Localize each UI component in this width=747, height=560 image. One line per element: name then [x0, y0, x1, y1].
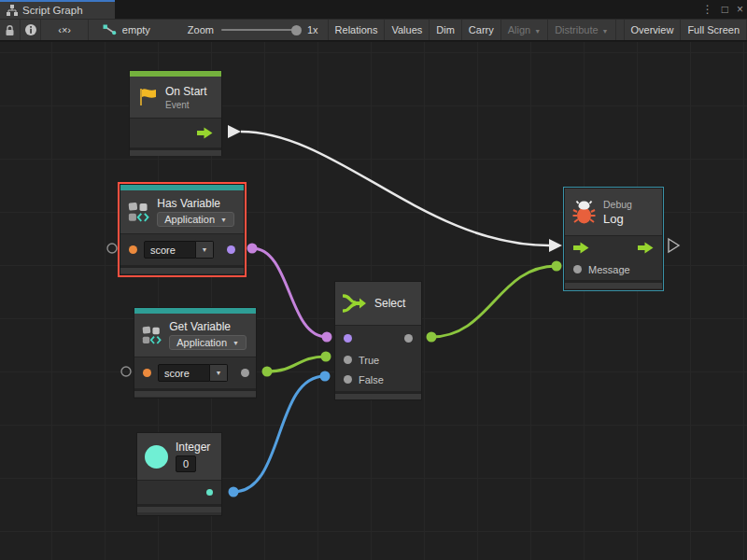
flow-input-port[interactable]	[573, 242, 589, 254]
unconnected-port-hasvariable-name[interactable]	[107, 244, 117, 253]
flag-icon	[137, 87, 158, 107]
full-screen-button[interactable]: Full Screen	[681, 20, 747, 40]
select-merge-icon	[343, 292, 367, 315]
graph-state-label: empty	[122, 24, 150, 35]
false-port-label: False	[359, 374, 384, 385]
chevron-down-icon: ▼	[233, 340, 239, 346]
zoom-control: Zoom 1x	[188, 20, 328, 40]
flow-out-marker-onstart	[228, 125, 241, 138]
carry-button[interactable]: Carry	[462, 20, 501, 40]
variable-name-field[interactable]: score	[144, 241, 196, 259]
node-footer	[565, 280, 662, 288]
overview-button[interactable]: Overview	[624, 20, 682, 40]
true-port-label: True	[359, 355, 379, 366]
zoom-level: 1x	[307, 24, 318, 35]
variables-icon	[128, 200, 149, 224]
node-title: Log	[603, 212, 632, 226]
wire-hasvariable-to-select[interactable]	[252, 248, 327, 337]
code-view-icon: ‹×›	[58, 24, 71, 35]
message-port-label: Message	[588, 264, 630, 275]
variable-scope-dropdown[interactable]: Application ▼	[157, 212, 234, 227]
variable-name-dropdown-button[interactable]: ▼	[196, 241, 214, 259]
wire-endpoint	[321, 352, 331, 362]
close-icon[interactable]: ×	[737, 4, 743, 15]
node-title: Has Variable	[157, 197, 234, 210]
flow-output-port[interactable]	[638, 242, 654, 254]
node-footer	[134, 388, 256, 397]
code-view-button[interactable]: ‹×›	[41, 20, 88, 40]
node-debug-log[interactable]: Debug Log Message	[564, 188, 663, 290]
wire-endpoint	[427, 332, 437, 343]
variable-name-combo[interactable]: score ▼	[144, 241, 214, 259]
variable-scope-dropdown[interactable]: Application ▼	[169, 335, 247, 350]
bug-icon	[572, 200, 596, 225]
selection-output-port[interactable]	[404, 334, 413, 343]
node-footer	[137, 504, 221, 512]
value-output-port[interactable]	[241, 369, 249, 377]
bool-output-port[interactable]	[227, 245, 235, 254]
tab-title: Script Graph	[22, 5, 83, 16]
variable-name-dropdown-button[interactable]: ▼	[210, 364, 228, 382]
true-input-port[interactable]	[344, 356, 352, 364]
message-input-port[interactable]	[573, 265, 582, 273]
window-menu-icon[interactable]: ⋮	[702, 4, 713, 15]
graph-pointer-icon	[103, 24, 117, 35]
node-has-variable[interactable]: Has Variable Application ▼ score ▼	[120, 184, 245, 275]
variable-name-combo[interactable]: score ▼	[158, 364, 228, 382]
node-title: On Start	[165, 85, 207, 98]
node-select[interactable]: Select True False	[334, 281, 422, 400]
chevron-down-icon: ▼	[202, 246, 208, 253]
values-button[interactable]: Values	[385, 20, 430, 40]
relations-button[interactable]: Relations	[329, 20, 386, 40]
distribute-button[interactable]: Distribute ▼	[548, 20, 615, 40]
unconnected-flow-out-log[interactable]	[669, 239, 679, 252]
false-input-port[interactable]	[344, 375, 352, 384]
name-input-port[interactable]	[129, 245, 137, 254]
integer-value-field[interactable]: 0	[176, 455, 196, 472]
wire-endpoint	[262, 367, 273, 377]
lock-icon	[4, 24, 16, 36]
wire-select-to-log-message[interactable]	[431, 266, 557, 337]
info-button[interactable]	[21, 20, 41, 40]
condition-input-port[interactable]	[344, 334, 352, 343]
maximize-icon[interactable]: □	[722, 4, 728, 15]
chevron-down-icon: ▼	[220, 217, 227, 223]
wire-endpoint	[229, 487, 239, 497]
node-title: Get Variable	[169, 320, 247, 333]
zoom-slider[interactable]	[221, 29, 298, 31]
lock-button[interactable]	[0, 20, 21, 40]
zoom-slider-handle[interactable]	[291, 25, 302, 35]
chevron-down-icon: ▼	[216, 370, 222, 376]
node-integer[interactable]: Integer 0	[136, 432, 222, 516]
align-button[interactable]: Align ▼	[501, 20, 548, 40]
wire-endpoint	[552, 261, 562, 272]
integer-literal-icon	[145, 445, 168, 469]
flow-output-port[interactable]	[197, 127, 213, 139]
variables-icon	[142, 323, 162, 347]
chevron-down-icon: ▼	[602, 28, 609, 35]
graph-state: empty	[103, 20, 150, 40]
wire-getvariable-to-select-true[interactable]	[267, 357, 326, 371]
window-tab-bar: Script Graph ⋮ □ ×	[0, 0, 747, 19]
variable-name-field[interactable]: score	[158, 364, 210, 382]
node-title: Integer	[176, 441, 210, 454]
node-footer	[335, 391, 421, 399]
graph-canvas[interactable]: On Start Event Has Variable App	[0, 42, 747, 560]
node-get-variable[interactable]: Get Variable Application ▼ score ▼	[134, 307, 257, 399]
tab-script-graph[interactable]: Script Graph	[0, 0, 115, 19]
wire-onstart-to-log[interactable]	[241, 132, 549, 245]
graph-toolbar: ‹×› empty Zoom 1x Relations Values Dim C…	[0, 19, 747, 41]
name-input-port[interactable]	[143, 369, 151, 377]
dim-button[interactable]: Dim	[430, 20, 462, 40]
integer-output-port[interactable]	[206, 489, 213, 496]
chevron-down-icon: ▼	[534, 28, 541, 35]
script-graph-icon	[7, 5, 18, 16]
zoom-label: Zoom	[188, 24, 214, 35]
node-subtitle: Event	[165, 100, 207, 110]
unconnected-port-getvariable-name[interactable]	[121, 367, 131, 376]
node-footer	[130, 147, 221, 156]
flow-in-marker-log	[549, 239, 562, 252]
node-surtitle: Debug	[603, 199, 632, 210]
wire-endpoint	[247, 244, 258, 254]
node-on-start[interactable]: On Start Event	[129, 70, 222, 156]
